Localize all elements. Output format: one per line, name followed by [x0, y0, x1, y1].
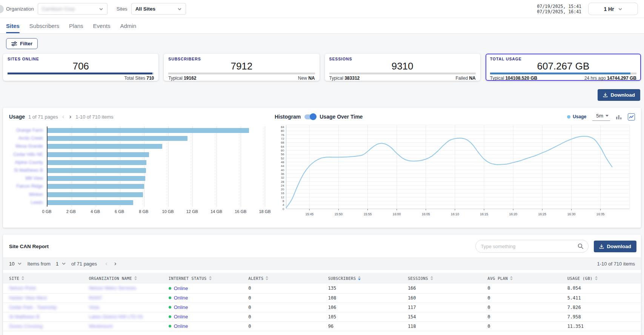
organization-link[interactable]: Nelson Metro Services [89, 286, 136, 291]
usage-next-page-button[interactable]: › [69, 114, 72, 120]
usage-legend-label[interactable]: Usage [573, 114, 586, 119]
stat-card-footer-left: Typical 19162 [168, 76, 196, 81]
column-header-alerts[interactable]: ALERTS [242, 273, 322, 284]
stat-card-sessions[interactable]: SESSIONS 9310 Typical 383312 Failed NA [325, 54, 480, 81]
y-tick-label: 16 [281, 192, 284, 195]
stat-card-subscribers[interactable]: SUBSCRIBERS 7912 Typical 19162 New NA [164, 54, 319, 81]
bar-category-label[interactable]: Winton [9, 191, 47, 199]
line-chart-view-icon[interactable] [628, 113, 635, 120]
site-cell: Harbor View West [3, 293, 83, 303]
site-link[interactable]: Cedar Park - Township [9, 305, 57, 310]
sort-arrows-icon[interactable] [134, 276, 137, 281]
usage-bar[interactable] [48, 168, 146, 173]
organization-link[interactable]: Westmount [89, 324, 112, 329]
internet-status-link[interactable]: Online [169, 286, 188, 291]
site-link[interactable]: Nelson Point [9, 286, 36, 291]
download-button[interactable]: Download [598, 89, 641, 101]
column-header-usage-gb[interactable]: USAGE (GB) [561, 273, 641, 284]
bar-category-label[interactable]: Leeds [9, 199, 47, 207]
bar-category-label[interactable]: Arctic Creek [9, 134, 47, 142]
search-icon[interactable] [578, 243, 584, 249]
items-from-label: Items from [27, 261, 50, 267]
bar-chart-view-icon[interactable] [616, 114, 622, 120]
y-tick-label: 40 [281, 168, 284, 172]
usage-prev-page-button[interactable]: ‹ [61, 114, 65, 120]
bar-row [48, 191, 265, 199]
prev-page-button[interactable]: ‹ [105, 261, 108, 267]
stat-card-total-usage[interactable]: TOTAL USAGE 607.267 GB Typical 104108.52… [486, 54, 641, 81]
internet-status-link[interactable]: Online [169, 295, 188, 301]
bar-category-label[interactable]: Mill View [9, 174, 47, 182]
internet-status-cell: Online [163, 312, 242, 321]
sort-arrows-icon[interactable] [358, 276, 361, 281]
organization-dropdown[interactable]: Cambium Corp [38, 3, 108, 15]
column-header-avg-plan[interactable]: AVG PLAN [481, 273, 561, 284]
organization-link[interactable]: Vista [89, 305, 99, 310]
page-number-select[interactable]: 1 [56, 261, 66, 267]
sites-dropdown[interactable]: All Sites [131, 3, 186, 15]
sort-arrows-icon[interactable] [430, 276, 433, 281]
internet-status-link[interactable]: Online [169, 323, 188, 329]
chevron-down-icon [99, 7, 103, 11]
sort-arrows-icon[interactable] [21, 276, 25, 281]
tab-subscribers[interactable]: Subscribers [29, 18, 59, 33]
stat-card-sites-online[interactable]: SITES ONLINE 706 Total Sites 710 [3, 54, 158, 81]
x-tick-label: 16:25 [538, 212, 547, 216]
site-link[interactable]: St Matthews B [9, 314, 40, 320]
of-pages-label: of 71 pages [71, 261, 97, 267]
column-header-subscribers[interactable]: SUBSCRIBERS [322, 273, 402, 284]
internet-status-link[interactable]: Online [169, 304, 188, 310]
bar-category-label[interactable]: Alpine County [9, 159, 47, 167]
column-header-internet-status[interactable]: INTERNET STATUS [163, 273, 242, 284]
tab-events[interactable]: Events [93, 18, 111, 33]
sort-arrows-icon[interactable] [209, 276, 212, 281]
tab-admin[interactable]: Admin [120, 18, 136, 33]
avatar[interactable] [0, 5, 4, 13]
usage-cell: 8.054 [561, 284, 641, 293]
tab-plans[interactable]: Plans [69, 18, 83, 33]
page-size-select[interactable]: 10 [9, 261, 22, 267]
organization-link[interactable]: RGNT [89, 295, 102, 301]
sort-arrows-icon[interactable] [265, 276, 269, 281]
usage-bar[interactable] [48, 184, 144, 189]
organization-link[interactable]: Lakes District NW LTD 03 [89, 314, 143, 320]
site-cell: Nelson Point [3, 284, 83, 293]
usage-bar[interactable] [48, 144, 162, 149]
x-tick-label: 15:55 [364, 212, 372, 216]
time-range-dropdown[interactable]: 1 Hr [588, 3, 638, 15]
bar-category-label[interactable]: Mesa Grande [9, 142, 47, 150]
sort-arrows-icon[interactable] [595, 276, 598, 281]
bar-category-label[interactable]: Orange Farm [9, 127, 47, 134]
y-tick-label: 4 [283, 204, 284, 207]
sort-arrows-icon[interactable] [510, 276, 513, 281]
column-header-organization-name[interactable]: ORGANIZATION NAME [83, 273, 162, 284]
next-page-button[interactable]: › [114, 261, 117, 267]
bar-category-label[interactable]: Cedar Hills NE [9, 151, 47, 159]
internet-status-link[interactable]: Online [169, 314, 188, 320]
bar-row [48, 159, 265, 167]
column-header-site[interactable]: SITE [3, 273, 83, 284]
bar-category-label[interactable]: Falcon Ridge [9, 182, 47, 190]
bar-category-label[interactable]: St Matthews B [9, 167, 47, 174]
interval-dropdown[interactable]: 5m [592, 113, 610, 121]
usage-bar[interactable] [48, 152, 149, 157]
report-download-label: Download [607, 244, 632, 249]
search-input[interactable] [475, 240, 589, 253]
filter-button[interactable]: Filter [6, 38, 38, 49]
usage-bar[interactable] [48, 160, 146, 165]
report-download-button[interactable]: Download [594, 241, 637, 252]
usage-bar[interactable] [48, 176, 145, 181]
usage-bar[interactable] [48, 192, 143, 197]
time-range-start: 07/19/2025, 15:41 [537, 4, 581, 9]
site-link[interactable]: Harbor View West [9, 295, 47, 301]
tab-sites[interactable]: Sites [6, 18, 20, 33]
column-header-sessions[interactable]: SESSIONS [402, 273, 481, 284]
site-link[interactable]: Dunes Crossing [9, 324, 43, 329]
y-tick-label: 20 [281, 188, 284, 191]
usage-bar[interactable] [48, 128, 249, 133]
usage-bar[interactable] [48, 200, 133, 205]
sites-value: All Sites [135, 6, 155, 12]
histogram-toggle[interactable] [304, 114, 316, 119]
usage-cell: 7.958 [561, 312, 641, 321]
usage-bar[interactable] [48, 136, 188, 141]
